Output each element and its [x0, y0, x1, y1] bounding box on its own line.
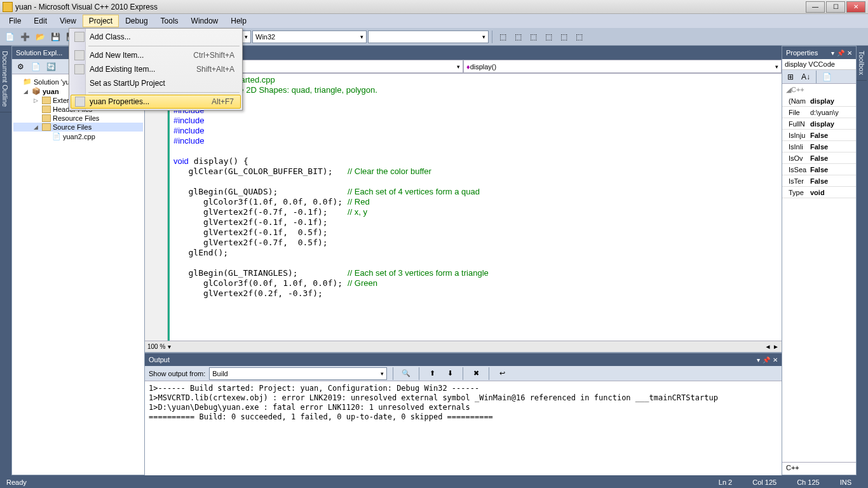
- folder-resource-files[interactable]: Resource Files: [13, 114, 143, 123]
- toolbar-button[interactable]: ⬚: [511, 30, 525, 44]
- toolbar-button[interactable]: ⬚: [526, 30, 540, 44]
- panel-close-icon[interactable]: ✕: [773, 356, 778, 363]
- properties-header: Properties ▾ 📌 ✕: [782, 46, 856, 59]
- property-row[interactable]: Filed:\yuan\y: [782, 107, 856, 118]
- word-wrap-button[interactable]: ↩: [495, 367, 509, 381]
- prev-message-button[interactable]: ⬆: [425, 367, 439, 381]
- close-button[interactable]: ✕: [846, 1, 865, 13]
- menu-separator: [88, 46, 240, 46]
- next-message-button[interactable]: ⬇: [443, 367, 457, 381]
- code-text[interactable]: * GL01GettingStarted.cpp * Drawing Simpl…: [168, 74, 782, 341]
- menu-edit[interactable]: Edit: [27, 15, 53, 27]
- separator-icon: [489, 367, 489, 380]
- panel-close-icon[interactable]: ✕: [847, 50, 852, 57]
- solution-tree[interactable]: 📁Solution 'yuan' (1 project) ◢📦yuan ▷Ext…: [12, 74, 144, 475]
- property-row[interactable]: IsTerFalse: [782, 175, 856, 187]
- properties-grid[interactable]: ◢ C++ (NamdisplayFiled:\yuan\yFullNdispl…: [782, 84, 856, 462]
- status-ready: Ready: [6, 478, 27, 486]
- alphabetical-button[interactable]: A↓: [799, 70, 813, 84]
- zoom-level[interactable]: 100 %: [147, 343, 165, 350]
- properties-title: Properties: [786, 49, 818, 57]
- property-row[interactable]: IsSeaFalse: [782, 164, 856, 175]
- menu-add-class[interactable]: Add Class...: [71, 30, 241, 44]
- properties-selector[interactable]: display VCCode: [782, 59, 856, 70]
- separator-icon: [419, 367, 419, 380]
- window-title: yuan - Microsoft Visual C++ 2010 Express: [15, 3, 806, 11]
- menu-project[interactable]: Project: [83, 15, 119, 27]
- document-outline-tab[interactable]: Document Outline: [0, 46, 11, 112]
- new-item-icon: [74, 50, 85, 60]
- property-category[interactable]: ◢ C++: [782, 84, 856, 95]
- right-dock: Toolbox: [857, 46, 868, 475]
- horizontal-scrollbar[interactable]: ◄ ►: [764, 343, 779, 350]
- menu-help[interactable]: Help: [224, 15, 253, 27]
- separator-icon: [492, 30, 492, 43]
- code-editor[interactable]: * GL01GettingStarted.cpp * Drawing Simpl…: [145, 74, 782, 341]
- property-row[interactable]: (Namdisplay: [782, 95, 856, 107]
- zoom-bar: 100 %▾ ◄ ►: [145, 341, 782, 352]
- properties-icon: [75, 97, 85, 107]
- menu-set-startup-project[interactable]: Set as StartUp Project: [71, 76, 241, 90]
- menu-tools[interactable]: Tools: [154, 15, 185, 27]
- properties-panel: Properties ▾ 📌 ✕ display VCCode ⊞ A↓ 📄 ◢…: [782, 46, 857, 475]
- editor-gutter: [145, 74, 168, 341]
- toolbar-button[interactable]: ⬚: [496, 30, 510, 44]
- status-bar: Ready Ln 2 Col 125 Ch 125 INS: [0, 475, 868, 488]
- menu-file[interactable]: File: [3, 15, 27, 27]
- status-line: Ln 2: [709, 478, 742, 486]
- panel-dropdown-icon[interactable]: ▾: [757, 356, 760, 363]
- project-menu-dropdown: Add Class... Add New Item...Ctrl+Shift+A…: [69, 28, 243, 111]
- open-file-button[interactable]: 📂: [33, 30, 47, 44]
- menu-project-properties[interactable]: yuan Properties...Alt+F7: [71, 95, 241, 109]
- refresh-button[interactable]: 🔄: [44, 60, 58, 74]
- property-row[interactable]: IsInliFalse: [782, 141, 856, 152]
- property-row[interactable]: IsOvFalse: [782, 152, 856, 164]
- categorized-button[interactable]: ⊞: [783, 70, 797, 84]
- menu-bar: File Edit View Project Debug Tools Windo…: [0, 14, 868, 28]
- menu-view[interactable]: View: [53, 15, 83, 27]
- property-row[interactable]: Typevoid: [782, 187, 856, 198]
- toolbox-tab[interactable]: Toolbox: [857, 46, 867, 81]
- toolbar-button[interactable]: ⬚: [572, 30, 586, 44]
- panel-pin-icon[interactable]: 📌: [837, 50, 844, 57]
- toolbar-button[interactable]: ⬚: [541, 30, 555, 44]
- title-bar: yuan - Microsoft Visual C++ 2010 Express…: [0, 0, 868, 14]
- separator-icon: [463, 367, 463, 380]
- output-text[interactable]: 1>------ Build started: Project: yuan, C…: [145, 381, 782, 475]
- status-col: Col 125: [742, 478, 787, 486]
- existing-item-icon: [74, 64, 85, 74]
- class-icon: [74, 32, 85, 42]
- minimize-button[interactable]: —: [806, 1, 825, 13]
- menu-window[interactable]: Window: [185, 15, 225, 27]
- menu-add-existing-item[interactable]: Add Existing Item...Shift+Alt+A: [71, 62, 241, 76]
- maximize-button[interactable]: ☐: [826, 1, 845, 13]
- property-pages-button[interactable]: 📄: [820, 70, 834, 84]
- separator-icon: [816, 71, 817, 83]
- property-row[interactable]: IsInjuFalse: [782, 130, 856, 141]
- solution-explorer-title: Solution Expl...: [16, 49, 62, 57]
- separator-icon: [393, 367, 393, 380]
- member-selector[interactable]: ♦ display(): [463, 60, 782, 73]
- properties-button[interactable]: ⚙: [13, 60, 27, 74]
- output-header: Output ▾ 📌 ✕: [145, 353, 782, 366]
- solution-platform-combo[interactable]: Win32: [252, 30, 367, 43]
- property-row[interactable]: FullNdisplay: [782, 118, 856, 130]
- panel-pin-icon[interactable]: 📌: [763, 356, 770, 363]
- panel-dropdown-icon[interactable]: ▾: [831, 50, 834, 57]
- menu-add-new-item[interactable]: Add New Item...Ctrl+Shift+A: [71, 48, 241, 62]
- add-item-button[interactable]: ➕: [18, 30, 32, 44]
- folder-source-files[interactable]: ◢Source Files: [13, 123, 143, 132]
- save-button[interactable]: 💾: [48, 30, 62, 44]
- new-project-button[interactable]: 📄: [3, 30, 17, 44]
- file-node[interactable]: 📄yuan2.cpp: [13, 132, 143, 141]
- find-message-button[interactable]: 🔍: [399, 367, 413, 381]
- show-all-files-button[interactable]: 📄: [29, 60, 43, 74]
- menu-debug[interactable]: Debug: [119, 15, 154, 27]
- clear-all-button[interactable]: ✖: [469, 367, 483, 381]
- find-combo[interactable]: [368, 30, 489, 43]
- output-toolbar: Show output from: Build 🔍 ⬆ ⬇ ✖ ↩: [145, 366, 782, 381]
- output-source-combo[interactable]: Build: [209, 367, 387, 380]
- menu-separator: [88, 92, 240, 93]
- status-ins: INS: [830, 478, 862, 486]
- toolbar-button[interactable]: ⬚: [557, 30, 571, 44]
